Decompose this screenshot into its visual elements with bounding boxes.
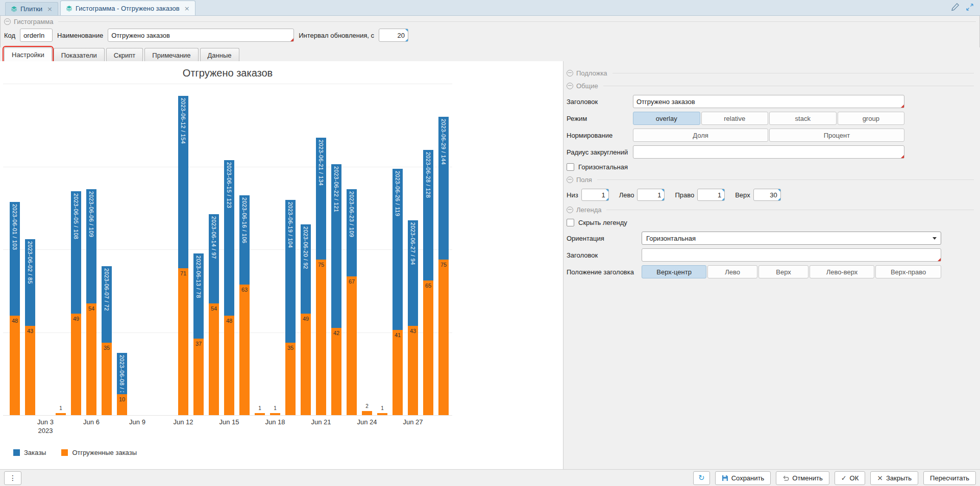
- bar-shipped[interactable]: [270, 413, 280, 415]
- title-position-option[interactable]: Верх-право: [875, 265, 941, 278]
- section-tab[interactable]: Скрипт: [106, 48, 143, 62]
- bar-shipped[interactable]: [102, 343, 112, 415]
- cancel-button[interactable]: Отменить: [776, 471, 829, 485]
- bar-shipped[interactable]: [393, 330, 403, 415]
- window-tab[interactable]: Гистограмма - Отгружено заказов×: [60, 1, 195, 15]
- title-position-option[interactable]: Верх: [758, 265, 808, 278]
- refresh-icon: ↻: [698, 473, 705, 482]
- bar-shipped[interactable]: [86, 303, 96, 415]
- margin-input[interactable]: [697, 189, 725, 201]
- collapse-icon[interactable]: [567, 176, 573, 183]
- title-position-option[interactable]: Верх-центр: [642, 265, 706, 278]
- hide-legend-checkbox[interactable]: [567, 219, 574, 226]
- bar-shipped[interactable]: [408, 326, 418, 415]
- bar-shipped[interactable]: [423, 280, 433, 415]
- chart-title-input[interactable]: [633, 95, 904, 108]
- legend-title-input[interactable]: [642, 248, 941, 262]
- mode-option[interactable]: stack: [769, 112, 837, 125]
- legend-item[interactable]: Отгруженные заказы: [61, 449, 137, 456]
- bar-shipped[interactable]: [438, 260, 449, 415]
- bar-shipped[interactable]: [316, 260, 326, 415]
- close-icon[interactable]: ×: [47, 5, 53, 13]
- collapse-icon[interactable]: [567, 207, 573, 213]
- title-position-option[interactable]: Лево: [707, 265, 757, 278]
- hide-legend-checkbox-label: Скрыть легенду: [578, 219, 627, 226]
- collapse-icon[interactable]: [4, 18, 11, 25]
- section-tab[interactable]: Настройки: [4, 47, 52, 62]
- bar-shipped[interactable]: [178, 268, 188, 415]
- bar-shipped-label: 49: [71, 316, 81, 322]
- bar-shipped-label: 54: [86, 305, 96, 312]
- bar-shipped[interactable]: [347, 276, 357, 415]
- bar-shipped[interactable]: [209, 303, 219, 415]
- mode-option[interactable]: relative: [701, 112, 769, 125]
- chart-title: Отгружено заказов: [3, 67, 452, 79]
- refresh-button[interactable]: ↻: [693, 471, 710, 485]
- close-icon[interactable]: ×: [184, 5, 190, 12]
- bar-value-label: 1: [53, 405, 68, 411]
- bar-shipped[interactable]: [56, 413, 66, 415]
- normalization-option[interactable]: Доля: [633, 129, 768, 142]
- bar-date-label: 2023-06-15 / 123: [224, 162, 234, 314]
- margin-input[interactable]: [581, 189, 609, 201]
- recalculate-button[interactable]: Пересчитать: [923, 471, 976, 485]
- window-tab-label: Плитки: [20, 5, 42, 13]
- bar-shipped[interactable]: [193, 339, 204, 415]
- legend-item[interactable]: Заказы: [13, 449, 46, 456]
- title-position-option[interactable]: Лево-верх: [810, 265, 874, 278]
- x-tick-label: Jun 6: [74, 418, 109, 426]
- margin-input[interactable]: [637, 189, 665, 201]
- x-tick-label: Jun 24: [349, 418, 385, 426]
- bar-date-label: 2023-06-12 / 154: [178, 98, 188, 266]
- bar-shipped[interactable]: [331, 328, 341, 415]
- orientation-select[interactable]: Горизонтальная: [642, 232, 941, 245]
- menu-button[interactable]: ⋮: [4, 471, 21, 485]
- collapse-icon[interactable]: [567, 70, 573, 76]
- group-divider: [58, 21, 976, 22]
- ok-button[interactable]: ✓ ОК: [835, 471, 866, 485]
- horizontal-checkbox[interactable]: [567, 163, 574, 171]
- margin-input[interactable]: [753, 189, 781, 201]
- bar-shipped[interactable]: [71, 314, 81, 415]
- bar-shipped[interactable]: [362, 411, 372, 415]
- interval-input[interactable]: [379, 29, 408, 42]
- code-input[interactable]: [20, 29, 53, 42]
- normalization-option[interactable]: Процент: [769, 129, 904, 142]
- mode-option[interactable]: overlay: [633, 112, 700, 125]
- bar-date-label: 2023-06-13 / 78: [193, 255, 204, 337]
- bar-shipped[interactable]: [285, 343, 296, 415]
- bar-shipped[interactable]: [224, 316, 234, 415]
- bar-shipped[interactable]: [10, 316, 20, 415]
- x-tick-label: Jun 21: [303, 418, 339, 426]
- window-tab[interactable]: Плитки×: [5, 2, 58, 15]
- radius-label: Радиус закруглений: [567, 148, 633, 156]
- settings-panel: Подложка Общие Заголовок Режим overlayre…: [564, 61, 980, 469]
- bar-shipped[interactable]: [377, 413, 387, 415]
- bar-shipped-label: 48: [10, 318, 20, 324]
- name-input[interactable]: [108, 29, 294, 42]
- pencil-icon: [951, 3, 960, 11]
- window-tabs: Плитки×Гистограмма - Отгружено заказов×: [5, 1, 198, 15]
- bar-shipped[interactable]: [301, 314, 311, 415]
- fullscreen-button[interactable]: [966, 3, 974, 11]
- undo-icon: [782, 475, 789, 481]
- layers-icon: [66, 5, 72, 12]
- mode-option[interactable]: group: [838, 112, 905, 125]
- x-tick-label: Jun 18: [257, 418, 293, 426]
- section-tab[interactable]: Данные: [200, 48, 239, 62]
- section-tab[interactable]: Показатели: [54, 48, 105, 62]
- title-position-label: Положение заголовка: [567, 268, 642, 276]
- close-button[interactable]: × Закрыть: [870, 471, 918, 485]
- collapse-icon[interactable]: [567, 83, 573, 89]
- section-tab[interactable]: Примечание: [144, 48, 198, 62]
- save-button[interactable]: Сохранить: [715, 471, 771, 485]
- radius-input[interactable]: [633, 145, 904, 159]
- bar-date-label: 2023-06-16 / 106: [239, 197, 250, 283]
- bar-shipped-label: 63: [239, 287, 250, 293]
- bar-shipped[interactable]: [239, 285, 250, 415]
- bar-shipped[interactable]: [255, 413, 265, 415]
- bar-shipped[interactable]: [25, 326, 35, 415]
- edit-button[interactable]: [951, 3, 960, 11]
- group-divider: [606, 210, 974, 210]
- orientation-value: Горизонтальная: [646, 235, 696, 242]
